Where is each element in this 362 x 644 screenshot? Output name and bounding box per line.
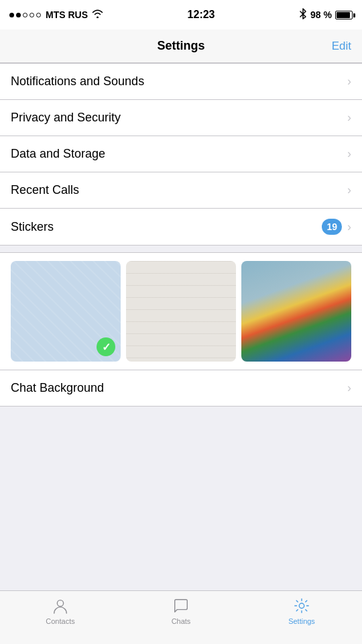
settings-item-privacy[interactable]: Privacy and Security › xyxy=(0,100,362,136)
wallpaper-thumb-3[interactable] xyxy=(241,261,351,362)
status-time: 12:23 xyxy=(188,9,215,21)
status-left: MTS RUS xyxy=(9,9,103,20)
settings-icon xyxy=(292,596,311,615)
settings-item-stickers[interactable]: Stickers 19 › xyxy=(0,209,362,245)
page-header: Settings Edit xyxy=(0,30,362,63)
status-right: 98 % xyxy=(299,8,353,21)
settings-tab-label: Settings xyxy=(288,617,315,625)
signal-dots xyxy=(9,13,41,17)
chevron-icon: › xyxy=(347,381,351,395)
settings-item-calls[interactable]: Recent Calls › xyxy=(0,172,362,209)
chevron-icon: › xyxy=(347,220,351,234)
chats-tab-label: Chats xyxy=(172,617,191,625)
svg-point-1 xyxy=(299,603,304,608)
chevron-icon: › xyxy=(347,74,351,89)
selected-checkmark: ✓ xyxy=(97,337,115,356)
tab-settings[interactable]: Settings xyxy=(241,596,362,625)
privacy-label: Privacy and Security xyxy=(11,111,121,125)
calls-label: Recent Calls xyxy=(11,183,79,197)
dot-5 xyxy=(36,13,41,17)
contacts-tab-label: Contacts xyxy=(46,617,74,625)
notifications-label: Notifications and Sounds xyxy=(11,74,144,89)
dot-3 xyxy=(23,13,27,17)
wallpaper-thumb-2[interactable] xyxy=(126,261,236,362)
chevron-icon: › xyxy=(347,183,351,197)
dot-2 xyxy=(16,13,21,17)
battery-fill xyxy=(337,12,350,18)
contacts-icon xyxy=(51,596,70,615)
settings-list: Notifications and Sounds › Privacy and S… xyxy=(0,63,362,246)
settings-item-data[interactable]: Data and Storage › xyxy=(0,136,362,172)
wifi-icon xyxy=(92,9,103,20)
battery-percent: 98 % xyxy=(310,9,332,20)
carrier-name: MTS RUS xyxy=(46,9,88,20)
stickers-badge: 19 xyxy=(322,219,342,235)
battery-icon xyxy=(335,11,353,19)
dot-4 xyxy=(29,13,34,17)
tab-bar: Contacts Chats Settings xyxy=(0,590,362,644)
tab-contacts[interactable]: Contacts xyxy=(0,596,121,625)
settings-item-notifications[interactable]: Notifications and Sounds › xyxy=(0,64,362,100)
data-label: Data and Storage xyxy=(11,147,105,161)
status-bar: MTS RUS 12:23 98 % xyxy=(0,0,362,30)
page-title: Settings xyxy=(157,39,204,53)
dot-1 xyxy=(9,13,14,17)
wallpaper-thumb-1[interactable]: ✓ xyxy=(11,261,121,362)
stickers-label: Stickers xyxy=(11,220,54,234)
tab-chats[interactable]: Chats xyxy=(121,596,241,625)
wallpaper-previews: ✓ xyxy=(0,253,362,370)
bluetooth-icon xyxy=(299,8,307,21)
chat-background-label: Chat Background xyxy=(11,381,104,395)
chat-background-row[interactable]: Chat Background › xyxy=(0,370,362,406)
wallpaper-section: ✓ Chat Background › xyxy=(0,252,362,407)
chats-icon xyxy=(172,596,190,615)
chevron-icon: › xyxy=(347,111,351,125)
edit-button[interactable]: Edit xyxy=(332,40,351,53)
svg-point-0 xyxy=(57,600,63,606)
chevron-icon: › xyxy=(347,147,351,161)
